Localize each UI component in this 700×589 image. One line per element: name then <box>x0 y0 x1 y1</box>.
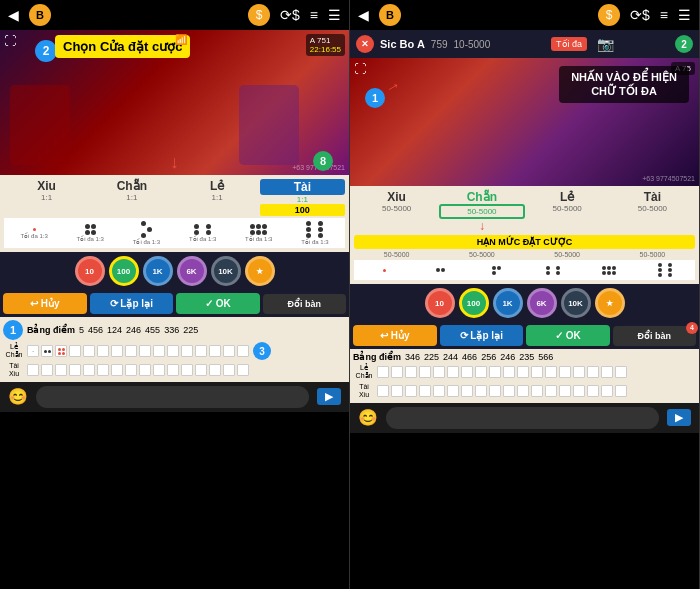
dice-cell-1[interactable]: Tối đa 1:3 <box>6 220 62 246</box>
step1-circle-right: 1 <box>365 88 385 108</box>
dice-sm-9 <box>139 345 151 357</box>
dice-cell-5[interactable]: Tối đa 1:3 <box>231 220 287 246</box>
score-row-le-chan-left: LẻChẵn · <box>3 342 346 360</box>
huy-button-right[interactable]: ↩ Hủy <box>353 325 437 346</box>
fullscreen-icon-left[interactable]: ⛶ <box>4 34 16 48</box>
fullscreen-icon-right[interactable]: ⛶ <box>354 62 366 76</box>
col-tai-left[interactable]: Tài 1:1 100 <box>260 179 345 216</box>
ok-button-right[interactable]: ✓ OK <box>526 325 610 346</box>
chip-1k-left[interactable]: 1K <box>143 256 173 286</box>
dice-tai-xiu-left <box>27 364 249 376</box>
chip-10k-left[interactable]: 10K <box>211 256 241 286</box>
chip-10-left[interactable]: 10 <box>75 256 105 286</box>
huy-button-left[interactable]: ↩ Hủy <box>3 293 87 314</box>
dice-cell-6[interactable]: Tối đa 1:3 <box>287 220 343 246</box>
list-icon-right[interactable]: ≡ <box>660 7 668 23</box>
dr9 <box>489 366 501 378</box>
col-tai-sub-right: 50-5000 <box>610 204 695 213</box>
dr10 <box>503 366 515 378</box>
bottom-bar-right: 😊 ▶ <box>350 403 699 433</box>
chips-row-left: 10 100 1K 6K 10K ★ <box>0 252 349 290</box>
d7 <box>111 364 123 376</box>
doi-ban-badge: 4 <box>686 322 698 334</box>
dice-sm-5 <box>83 345 95 357</box>
dice-cell-4[interactable]: Tối đa 1:3 <box>175 220 231 246</box>
dollar-icon-left[interactable]: $ <box>248 4 270 26</box>
dice-r-6[interactable] <box>637 262 693 278</box>
back-icon-left[interactable]: ◀ <box>8 7 19 23</box>
score-board-header-right: Bảng điểm 346225244466256246235566 <box>353 352 696 362</box>
dr-tx15 <box>573 385 585 397</box>
dr6 <box>447 366 459 378</box>
dice-row-left: Tối đa 1:3 Tối đa 1:3 <box>4 218 345 248</box>
dice-cell-2[interactable]: Tối đa 1:3 <box>62 220 118 246</box>
chip-10k-right[interactable]: 10K <box>561 288 591 318</box>
menu-icon-right[interactable]: ☰ <box>678 7 691 23</box>
lap-lai-button-left[interactable]: ⟳ Lặp lại <box>90 293 174 314</box>
col-xiu-right: Xiu 50-5000 <box>354 190 439 233</box>
camera-icon-right[interactable]: 📷 <box>597 36 614 52</box>
dice-sm-1: · <box>27 345 39 357</box>
doi-ban-button-left[interactable]: Đổi bàn <box>263 294 347 314</box>
arrow-down-left: ↓ <box>170 152 179 173</box>
transfer-icon-left[interactable]: ⟳$ <box>280 7 300 23</box>
ok-button-left[interactable]: ✓ OK <box>176 293 260 314</box>
game-status-bar: ✕ Sic Bo A 759 10-5000 Tối đa 📷 2 <box>350 30 699 58</box>
chip-gold-left[interactable]: ★ <box>245 256 275 286</box>
dr1 <box>377 366 389 378</box>
list-icon-left[interactable]: ≡ <box>310 7 318 23</box>
toi-da-button[interactable]: Tối đa <box>551 37 587 51</box>
dr-tx5 <box>433 385 445 397</box>
col-tai-label-left: Tài <box>260 179 345 195</box>
transfer-icon-right[interactable]: ⟳$ <box>630 7 650 23</box>
dice-sm-12 <box>181 345 193 357</box>
lap-lai-button-right[interactable]: ⟳ Lặp lại <box>440 325 524 346</box>
dice-sm-4 <box>69 345 81 357</box>
dice-cell-3[interactable]: Tối đa 1:3 <box>118 220 174 246</box>
dice-le-chan-left: · <box>27 345 249 357</box>
dr-tx18 <box>615 385 627 397</box>
send-btn-right[interactable]: ▶ <box>667 409 691 426</box>
chip-gold-right[interactable]: ★ <box>595 288 625 318</box>
menu-icon-left[interactable]: ☰ <box>328 7 341 23</box>
right-nav-left-icons: ◀ B <box>358 4 401 26</box>
dice-sm-7 <box>111 345 123 357</box>
back-icon-right[interactable]: ◀ <box>358 7 369 23</box>
step8-circle: 8 <box>313 151 333 171</box>
dice-r-1[interactable] <box>356 262 412 278</box>
chip-1k-right[interactable]: 1K <box>493 288 523 318</box>
chat-input-left[interactable] <box>36 386 309 408</box>
emoji-icon-right[interactable]: 😊 <box>358 408 378 427</box>
bet-header-right: Xiu 50-5000 Chẵn 50-5000 ↓ Lẻ 50-5000 Tà… <box>354 190 695 233</box>
dollar-icon-right[interactable]: $ <box>598 4 620 26</box>
dr-tx2 <box>391 385 403 397</box>
dr-tx17 <box>601 385 613 397</box>
d15 <box>223 364 235 376</box>
doi-ban-button-right[interactable]: Đổi bàn 4 <box>613 326 697 346</box>
dice-sm-2 <box>41 345 53 357</box>
dealer-left <box>10 85 70 165</box>
col-chan-right[interactable]: Chẵn 50-5000 ↓ <box>439 190 524 233</box>
b-icon-left[interactable]: B <box>29 4 51 26</box>
chat-input-right[interactable] <box>386 407 659 429</box>
left-nav-left-icons: ◀ B <box>8 4 51 26</box>
chip-6k-right[interactable]: 6K <box>527 288 557 318</box>
dice-r-2[interactable] <box>412 262 468 278</box>
chip-100-right[interactable]: 100 <box>459 288 489 318</box>
step1-circle-left: 1 <box>3 320 23 340</box>
chip-10-right[interactable]: 10 <box>425 288 455 318</box>
dice-r-3[interactable] <box>468 262 524 278</box>
status-x-badge: ✕ <box>356 35 374 53</box>
emoji-icon-left[interactable]: 😊 <box>8 387 28 406</box>
left-nav-bar: ◀ B $ ⟳$ ≡ ☰ <box>0 0 349 30</box>
chip-100-left[interactable]: 100 <box>109 256 139 286</box>
col-xiu-label-right: Xiu <box>354 190 439 204</box>
dice-r-4[interactable] <box>525 262 581 278</box>
dr-tx14 <box>559 385 571 397</box>
dice-r-5[interactable] <box>581 262 637 278</box>
left-video-area: ⛶ A 751 22:16:55 +63 9774507521 2 Chọn C… <box>0 30 349 175</box>
chip-6k-left[interactable]: 6K <box>177 256 207 286</box>
dr-tx16 <box>587 385 599 397</box>
send-btn-left[interactable]: ▶ <box>317 388 341 405</box>
b-icon-right[interactable]: B <box>379 4 401 26</box>
